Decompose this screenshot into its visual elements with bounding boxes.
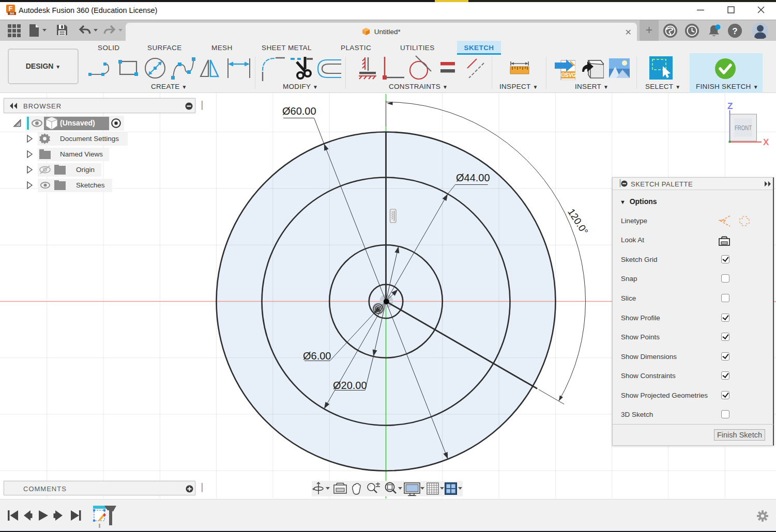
svg-text:Ø6.00: Ø6.00 <box>303 350 331 362</box>
svg-text:?: ? <box>732 26 737 36</box>
svg-text:Ø20.00: Ø20.00 <box>333 380 367 391</box>
svg-text:SVG: SVG <box>565 72 575 78</box>
svg-text:FRONT: FRONT <box>735 124 752 132</box>
svg-text:Ø60.00: Ø60.00 <box>282 105 316 117</box>
svg-text:X: X <box>763 137 769 147</box>
svg-text:Z: Z <box>727 101 733 111</box>
svg-text:Ø44.00: Ø44.00 <box>456 172 490 183</box>
